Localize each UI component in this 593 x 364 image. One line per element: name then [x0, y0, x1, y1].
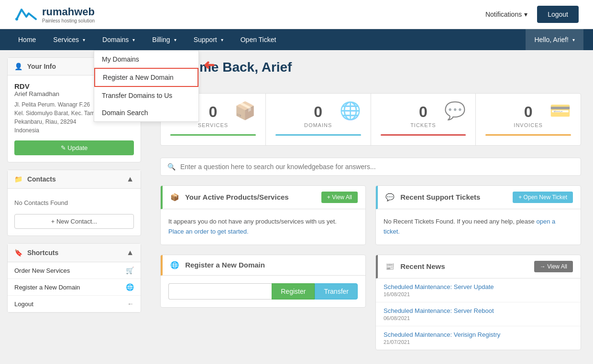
globe-icon: 🌐 — [126, 283, 134, 291]
logout-label: Logout — [14, 300, 33, 308]
logo-icon — [14, 5, 38, 24]
news-item-0: Scheduled Maintenance: Server Update 16/… — [376, 278, 581, 302]
svg-point-0 — [15, 18, 18, 21]
news-card: 📰 Recent News → View All Scheduled Maint… — [375, 255, 581, 350]
notifications-button[interactable]: Notifications ▾ — [485, 11, 527, 18]
top-header: rumahweb Painless hosting solution Notif… — [0, 0, 593, 29]
nav-billing-label: Billing — [152, 36, 170, 43]
news-item-2: Scheduled Maintenance: Verisign Registry… — [376, 326, 581, 350]
domains-arrow-icon: ▾ — [132, 37, 135, 43]
breadcrumb: Client Area — [160, 77, 581, 84]
logo-text: rumahweb Painless hosting solution — [42, 6, 95, 23]
register-domain-title: Register a New Domain — [185, 261, 265, 269]
dropdown-register-domain[interactable]: Register a New Domain — [94, 68, 198, 87]
dropdown-transfer-domains[interactable]: Transfer Domains to Us — [94, 87, 198, 104]
logout-button[interactable]: Logout — [537, 6, 579, 23]
nav-user-greeting[interactable]: Hello, Arief! ▾ — [526, 29, 583, 50]
no-contacts-text: No Contacts Found — [14, 195, 134, 210]
domain-register-input[interactable] — [168, 283, 272, 300]
update-button[interactable]: ✎ Update — [14, 140, 134, 155]
logo-area: rumahweb Painless hosting solution — [14, 5, 95, 24]
nav-support-label: Support — [194, 36, 217, 43]
user-greeting-label: Hello, Arief! — [534, 36, 569, 43]
nav-services[interactable]: Services ▾ — [44, 29, 94, 50]
stat-invoices: 💳 0 INVOICES — [476, 94, 581, 145]
logout-arrow-icon: ← — [127, 300, 134, 308]
nav-domains-label: Domains — [102, 36, 129, 43]
cards-row: 📦 Your Active Products/Services + View A… — [160, 185, 581, 360]
user-icon: 👤 — [14, 63, 22, 70]
nav-billing[interactable]: Billing ▾ — [143, 29, 185, 50]
news-header: 📰 Recent News → View All — [376, 255, 581, 278]
notifications-arrow-icon: ▾ — [524, 11, 527, 18]
contacts-label: Contacts — [27, 175, 56, 183]
contacts-header: 📁 Contacts ▲ — [8, 170, 141, 189]
stats-row: 📦 0 SERVICES 🌐 0 DOMAINS 💬 0 TICKETS 💳 0 — [160, 93, 581, 146]
products-cta-link[interactable]: Place an order to get started. — [168, 228, 249, 235]
shortcuts-card: 🔖 Shortcuts ▲ Order New Services 🛒 Regis… — [7, 243, 141, 313]
news-date-1: 06/08/2021 — [384, 315, 573, 321]
contacts-icon: 📁 — [14, 175, 22, 183]
register-domain-label: Register a New Domain — [14, 284, 80, 291]
support-arrow-icon: ▾ — [221, 37, 223, 43]
nav-services-label: Services — [53, 36, 79, 43]
left-column: 📦 Your Active Products/Services + View A… — [160, 185, 366, 360]
logo-sub: Painless hosting solution — [42, 18, 95, 23]
stat-domains: 🌐 0 DOMAINS — [266, 94, 371, 145]
products-body: It appears you do not have any products/… — [161, 209, 365, 245]
dropdown-domain-search[interactable]: Domain Search — [94, 104, 198, 121]
register-domain-button[interactable]: Register — [272, 283, 315, 300]
news-view-all-button[interactable]: → View All — [534, 261, 573, 272]
register-domain-icon: 🌐 — [170, 261, 179, 269]
shortcut-order-services[interactable]: Order New Services 🛒 — [8, 262, 141, 279]
news-date-0: 16/08/2021 — [384, 291, 573, 297]
nav-right: Hello, Arief! ▾ — [526, 29, 583, 50]
support-body: No Recent Tickets Found. If you need any… — [376, 209, 581, 245]
invoices-stat-icon: 💳 — [549, 101, 571, 121]
contacts-body: No Contacts Found + New Contact... — [8, 189, 141, 236]
services-arrow-icon: ▾ — [83, 37, 85, 43]
support-header: 💬 Recent Support Tickets + Open New Tick… — [376, 186, 581, 209]
search-input[interactable] — [180, 163, 574, 171]
content-wrapper: 👤 Your Info RDV Arief Ramadhan Jl. Pelit… — [0, 50, 593, 364]
main-nav: Home Services ▾ Domains ▾ My Domains Reg… — [0, 29, 593, 50]
nav-domains[interactable]: Domains ▾ My Domains Register a New Doma… — [94, 29, 143, 50]
red-arrow-indicator: ➜ — [204, 58, 215, 74]
shortcut-register-domain[interactable]: Register a New Domain 🌐 — [8, 279, 141, 296]
new-contact-button[interactable]: + New Contact... — [14, 214, 134, 229]
register-input-row: Register Transfer — [161, 276, 365, 307]
products-card: 📦 Your Active Products/Services + View A… — [160, 185, 366, 245]
user-arrow-icon: ▾ — [572, 37, 575, 43]
services-bar — [170, 134, 256, 136]
products-header-icon: 📦 — [170, 193, 179, 201]
shortcut-logout[interactable]: Logout ← — [8, 296, 141, 312]
dropdown-my-domains[interactable]: My Domains — [94, 51, 198, 68]
nav-home[interactable]: Home — [10, 29, 44, 50]
open-ticket-button[interactable]: + Open New Ticket — [513, 192, 573, 203]
news-title: Recent News — [400, 262, 445, 270]
contacts-collapse-button[interactable]: ▲ — [126, 175, 134, 183]
shortcuts-collapse-button[interactable]: ▲ — [126, 248, 134, 257]
register-domain-header: 🌐 Register a New Domain — [161, 255, 365, 276]
news-title-1[interactable]: Scheduled Maintenance: Server Reboot — [384, 307, 573, 314]
nav-open-ticket[interactable]: Open Ticket — [232, 29, 285, 50]
support-header-icon: 💬 — [385, 193, 395, 201]
shortcuts-label: Shortcuts — [27, 249, 58, 257]
your-info-label: Your Info — [27, 63, 56, 70]
support-title: Recent Support Tickets — [400, 193, 480, 201]
bookmark-icon: 🔖 — [14, 249, 22, 257]
products-title: Your Active Products/Services — [185, 193, 289, 201]
order-services-label: Order New Services — [14, 267, 70, 274]
notifications-label: Notifications — [485, 11, 522, 18]
news-title-2[interactable]: Scheduled Maintenance: Verisign Registry — [384, 331, 573, 338]
stat-tickets: 💬 0 TICKETS — [371, 94, 476, 145]
cart-icon: 🛒 — [126, 267, 134, 274]
products-view-all-button[interactable]: + View All — [321, 192, 358, 203]
domains-dropdown-menu: My Domains Register a New Domain Transfe… — [94, 50, 199, 122]
register-domain-card: 🌐 Register a New Domain Register Transfe… — [160, 255, 366, 308]
transfer-domain-button[interactable]: Transfer — [315, 283, 358, 300]
tickets-stat-icon: 💬 — [444, 101, 466, 121]
news-title-0[interactable]: Scheduled Maintenance: Server Update — [384, 283, 573, 290]
news-date-2: 21/07/2021 — [384, 339, 573, 345]
nav-support[interactable]: Support ▾ — [185, 29, 232, 50]
